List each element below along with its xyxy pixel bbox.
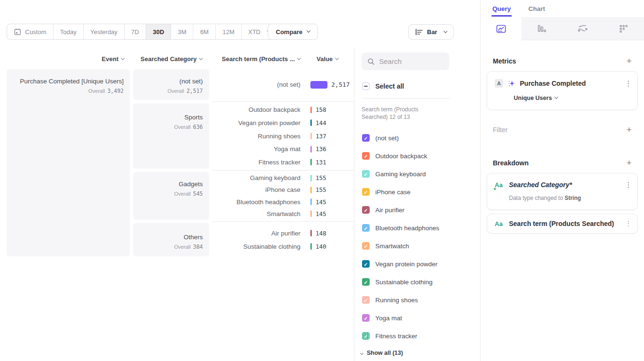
term-label: Yoga mat (212, 145, 300, 153)
column-header-value[interactable]: Value (317, 55, 338, 63)
date-range-today[interactable]: Today (54, 24, 84, 39)
kebab-menu-icon[interactable] (626, 79, 631, 89)
value-text: 2,517 (331, 81, 350, 88)
value-bar (310, 146, 312, 153)
overall-value: 545 (193, 190, 203, 197)
add-filter-button[interactable]: + (626, 125, 632, 134)
date-range-yesterday[interactable]: Yesterday (84, 24, 125, 39)
tab-funnels[interactable] (521, 17, 562, 40)
breakdown-heading: Breakdown (493, 159, 528, 167)
legend-group-label: Search term (Products Searched) 12 of 13 (362, 106, 444, 121)
kebab-menu-icon[interactable] (626, 180, 631, 190)
checkbox[interactable] (362, 224, 370, 232)
legend-item[interactable]: Smartwatch (354, 237, 480, 255)
group-separator (212, 101, 354, 102)
select-all[interactable]: Select all (362, 82, 480, 90)
legend-search[interactable] (362, 53, 449, 70)
value-bar (310, 119, 312, 126)
tab-query[interactable]: Query (492, 5, 511, 12)
table-row: Sustainable clothing 140 (212, 240, 354, 253)
table-row: Fitness tracker 131 (212, 155, 354, 169)
chevron-down-icon (297, 56, 301, 60)
retention-icon (619, 25, 628, 33)
column-header-label: Value (317, 55, 333, 63)
show-all-toggle[interactable]: Show all (13) (361, 350, 480, 356)
chevron-down-icon (335, 56, 339, 60)
select-all-label: Select all (375, 82, 404, 90)
legend-item[interactable]: Air purifier (354, 201, 480, 219)
divider (362, 98, 450, 99)
horizontal-bar-chart-icon (415, 28, 423, 36)
date-range-12m[interactable]: 12M (216, 24, 241, 39)
checkbox[interactable] (362, 296, 370, 304)
date-range-6m[interactable]: 6M (193, 24, 216, 39)
legend-item[interactable]: iPhone case (354, 183, 480, 201)
legend-item-label: Vegan protein powder (375, 261, 437, 268)
term-label: Bluetooth headphones (212, 199, 300, 206)
date-range-30d[interactable]: 30D (146, 24, 171, 39)
check-icon (364, 314, 368, 322)
date-range-7d[interactable]: 7D (125, 24, 146, 39)
chevron-down-icon (307, 28, 310, 32)
value-text: 144 (316, 119, 327, 126)
breakdown-property-name: Search term (Products Searched) (509, 220, 621, 227)
tab-retention[interactable] (603, 17, 644, 40)
checkbox[interactable] (362, 242, 370, 250)
date-range-custom[interactable]: Custom (7, 24, 54, 39)
check-icon (364, 188, 368, 196)
tab-flows[interactable] (562, 17, 603, 40)
select-all-checkbox[interactable] (362, 82, 370, 90)
metric-event-name: Purchase Completed (520, 80, 622, 87)
tab-insights[interactable] (481, 17, 521, 40)
column-header-event[interactable]: Event (7, 55, 124, 63)
checkbox[interactable] (362, 260, 370, 268)
filter-section-header: Filter + (493, 125, 632, 134)
term-label: iPhone case (212, 186, 300, 193)
overall-value: 636 (193, 124, 203, 130)
add-breakdown-button[interactable]: + (626, 158, 632, 167)
row-group: Air purifier 148 Sustainable clothing 14… (212, 223, 354, 256)
compare-button[interactable]: Compare (268, 24, 318, 40)
breakdown-card[interactable]: Aa Search term (Products Searched) (487, 214, 638, 234)
column-header-search-term[interactable]: Search term (Products ... (212, 55, 300, 63)
checkbox[interactable] (362, 314, 370, 322)
funnels-icon (537, 25, 546, 33)
metric-card[interactable]: A Purchase Completed Unique Users (487, 71, 638, 110)
date-range-label: Yesterday (91, 28, 118, 36)
legend-item[interactable]: Outdoor backpack (354, 147, 480, 165)
breakdown-card[interactable]: Aa★ Searched Category* Data type changed… (487, 173, 638, 210)
breakdown-note: Data type changed to String (487, 190, 637, 201)
checkbox[interactable] (362, 278, 370, 286)
checkbox[interactable] (362, 134, 370, 142)
legend-item[interactable]: Bluetooth headphones (354, 219, 480, 237)
measure-dropdown[interactable]: Unique Users (487, 89, 637, 101)
legend-item-label: Yoga mat (375, 315, 402, 322)
analytics-app: Custom Today Yesterday 7D 30D 3M 6M 12M … (0, 0, 644, 361)
kebab-menu-icon[interactable] (626, 219, 631, 229)
chevron-down-icon (443, 29, 447, 33)
check-icon (364, 224, 368, 232)
term-label: Vegan protein powder (212, 119, 300, 126)
chevron-down-icon (199, 56, 203, 60)
checkbox[interactable] (362, 206, 370, 214)
search-input[interactable] (379, 57, 441, 65)
legend-item[interactable]: Gaming keyboard (354, 165, 480, 183)
date-range-3m[interactable]: 3M (171, 24, 193, 39)
add-metric-button[interactable]: + (626, 56, 632, 65)
checkbox[interactable] (362, 188, 370, 196)
legend-item[interactable]: Yoga mat (354, 309, 480, 327)
legend-item[interactable]: Fitness tracker (354, 327, 480, 345)
column-header-label: Search term (Products ... (222, 55, 295, 63)
chart-type-selector[interactable]: Bar (408, 24, 454, 40)
legend-item-label: Gaming keyboard (375, 171, 426, 178)
legend-item[interactable]: Vegan protein powder (354, 255, 480, 273)
legend-item[interactable]: Sustainable clothing (354, 273, 480, 291)
legend-item-label: Air purifier (375, 207, 405, 214)
legend-item[interactable]: (not set) (354, 129, 480, 147)
checkbox[interactable] (362, 332, 370, 340)
tab-chart[interactable]: Chart (528, 5, 545, 12)
checkbox[interactable] (362, 170, 370, 178)
checkbox[interactable] (362, 152, 370, 160)
column-header-searched-category[interactable]: Searched Category (133, 55, 202, 63)
legend-item[interactable]: Running shoes (354, 291, 480, 309)
